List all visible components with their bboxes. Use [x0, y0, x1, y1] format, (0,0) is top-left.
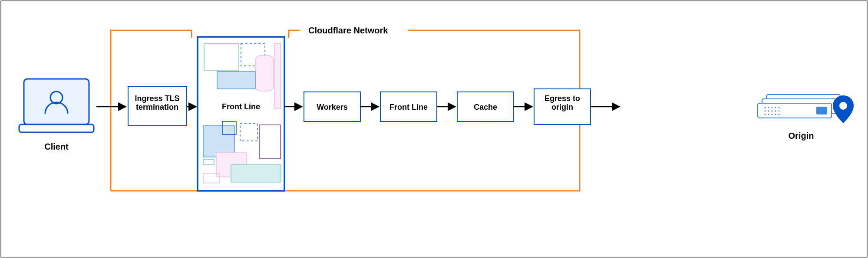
svg-text:Front Line: Front Line — [222, 102, 260, 111]
svg-text:Front Line: Front Line — [389, 103, 428, 111]
node-frontline2: Front Line — [380, 92, 437, 121]
svg-point-20 — [775, 114, 776, 115]
svg-text:Ingress TLStermination: Ingress TLStermination — [135, 94, 179, 111]
svg-point-16 — [779, 111, 780, 112]
svg-rect-38 — [231, 165, 281, 182]
svg-text:Workers: Workers — [317, 103, 348, 111]
network-label: Cloudflare Network — [308, 26, 388, 35]
svg-rect-22 — [816, 107, 827, 114]
svg-text:Cache: Cache — [474, 103, 497, 111]
svg-point-14 — [772, 111, 773, 112]
svg-point-10 — [775, 107, 776, 108]
svg-point-13 — [768, 111, 769, 112]
svg-point-21 — [779, 114, 780, 115]
svg-point-9 — [772, 107, 773, 108]
svg-point-18 — [768, 114, 769, 115]
node-frontline-detailed: Front Line — [198, 37, 284, 191]
origin-icon — [758, 95, 854, 123]
map-pin-icon — [833, 95, 854, 123]
node-ingress: Ingress TLStermination — [128, 87, 187, 126]
svg-point-11 — [779, 107, 780, 108]
svg-point-17 — [765, 114, 766, 115]
svg-point-23 — [839, 102, 847, 110]
svg-point-12 — [765, 111, 766, 112]
svg-point-15 — [775, 111, 776, 112]
svg-rect-31 — [217, 72, 255, 89]
svg-point-19 — [772, 114, 773, 115]
svg-rect-0 — [1, 1, 867, 257]
svg-rect-2 — [19, 124, 94, 132]
client-icon — [19, 79, 94, 132]
svg-point-8 — [768, 107, 769, 108]
svg-rect-29 — [255, 56, 274, 91]
svg-rect-30 — [274, 43, 281, 108]
node-workers: Workers — [304, 92, 360, 121]
architecture-diagram: Cloudflare Network Client Origi — [0, 0, 868, 258]
svg-rect-33 — [203, 126, 234, 157]
node-egress: Egress toorigin — [534, 89, 591, 124]
client-caption: Client — [44, 142, 69, 151]
origin-caption: Origin — [789, 131, 814, 140]
svg-point-7 — [765, 107, 766, 108]
node-cache: Cache — [457, 92, 514, 121]
